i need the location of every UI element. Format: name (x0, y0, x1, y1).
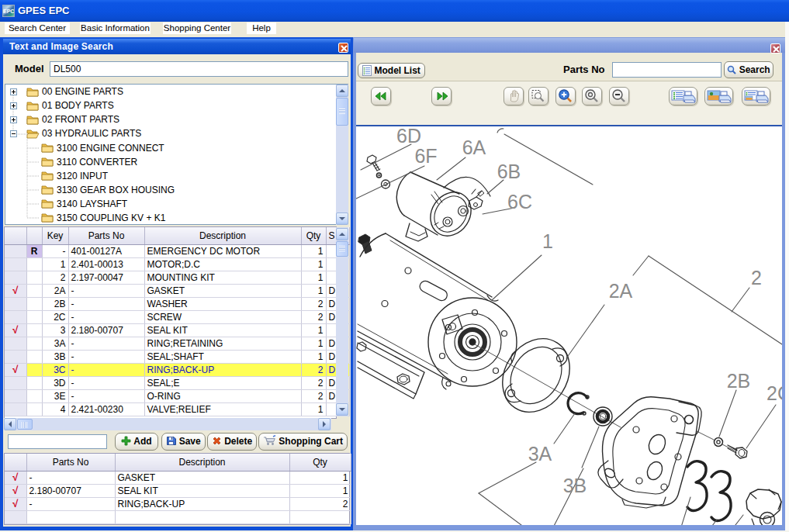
svg-text:3A: 3A (528, 443, 552, 465)
svg-text:6A: 6A (462, 136, 486, 158)
svg-text:3B: 3B (563, 475, 587, 496)
svg-text:6D: 6D (396, 126, 421, 147)
svg-text:6F: 6F (414, 145, 437, 167)
svg-text:2A: 2A (609, 280, 633, 302)
svg-text:2C: 2C (767, 382, 782, 404)
svg-text:6C: 6C (507, 191, 532, 212)
svg-text:1: 1 (542, 230, 553, 252)
svg-text:6B: 6B (497, 161, 521, 182)
svg-text:2B: 2B (727, 370, 751, 392)
svg-text:2: 2 (751, 267, 762, 288)
